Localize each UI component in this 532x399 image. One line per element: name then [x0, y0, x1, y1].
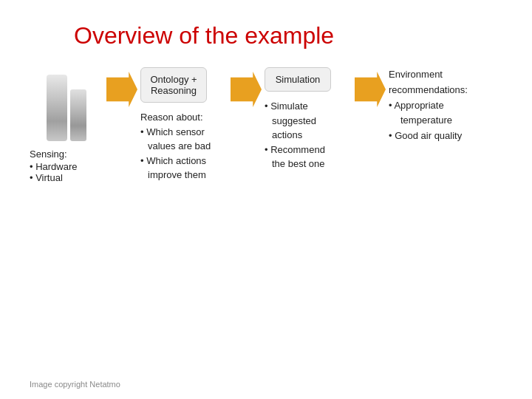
- ontology-box: Ontology + Reasoning: [140, 67, 207, 103]
- sensing-label: Sensing:: [30, 149, 103, 160]
- simulation-column: Simulation • Simulate suggested actions …: [265, 67, 352, 171]
- simulate-bullet-3: actions: [265, 128, 325, 143]
- simulate-bullet-4: • Recommend: [265, 143, 325, 157]
- sensing-column: Sensing: • Hardware • Virtual: [30, 67, 103, 183]
- reason-header: Reason about:: [140, 110, 211, 125]
- simulate-bullet-2: suggested: [265, 114, 325, 129]
- arrow-1-shape: [106, 72, 137, 107]
- env-sub1: recommendations:: [389, 83, 468, 98]
- arrow-2: [231, 67, 262, 107]
- env-sub2: temperature: [389, 113, 468, 129]
- arrow-3-shape: [355, 72, 386, 107]
- reason-bullet-3: • Which actions: [140, 154, 211, 168]
- sensor-short: [70, 89, 86, 141]
- sensing-bullet-hardware: • Hardware: [30, 161, 103, 172]
- simulate-bullet-5: the best one: [265, 157, 325, 171]
- simulate-bullet-1: • Simulate: [265, 99, 325, 114]
- arrow-3: [355, 67, 386, 107]
- env-bullet1: • Appropriate: [389, 98, 468, 114]
- environment-column: Environment recommendations: • Appropria…: [389, 67, 502, 144]
- sensor-image: [33, 75, 100, 141]
- env-label: Environment: [389, 67, 468, 83]
- reason-bullet-4: improve them: [140, 168, 211, 183]
- sensor-tall: [47, 75, 67, 141]
- arrow-1: [106, 67, 137, 107]
- sensing-bullet-virtual: • Virtual: [30, 172, 103, 183]
- reason-bullet-1: • Which sensor: [140, 125, 211, 140]
- arrow-2-shape: [231, 72, 262, 107]
- ontology-column: Ontology + Reasoning Reason about: • Whi…: [140, 67, 228, 183]
- simulation-box: Simulation: [265, 67, 331, 92]
- env-bullet2: • Good air quality: [389, 129, 468, 144]
- footer-copyright: Image copyright Netatmo: [30, 380, 120, 389]
- page-title: Overview of the example: [30, 22, 502, 50]
- reason-bullet-2: values are bad: [140, 139, 211, 154]
